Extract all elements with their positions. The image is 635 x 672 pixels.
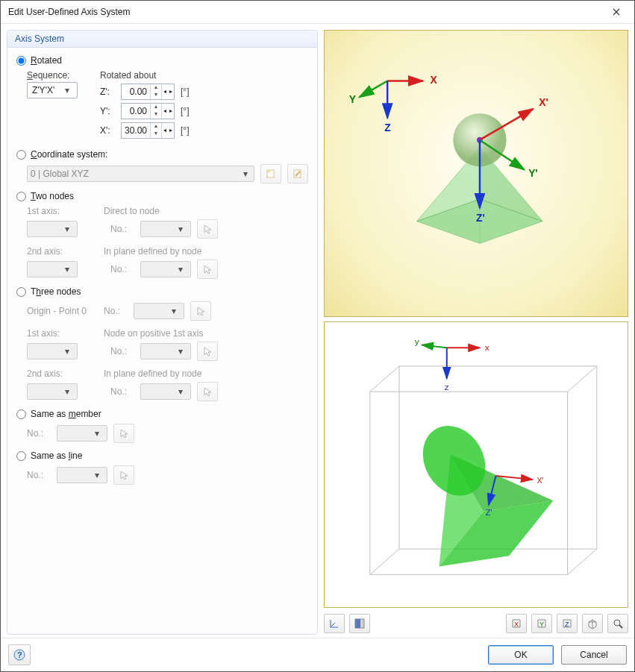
edit-coord-button[interactable] [287,164,308,183]
view-x-button[interactable]: X [506,614,527,633]
dialog: Edit User-Defined Axis System Axis Syste… [0,0,635,672]
option-coordinate-system[interactable]: Coordinate system: [16,149,308,160]
view-shade-button[interactable] [349,614,370,633]
pick-node-button[interactable] [197,219,218,239]
rot-z-input[interactable]: 0.00▴▾◂▸ [121,84,175,100]
svg-text:X: X [431,74,438,86]
footer: ? OK Cancel [1,638,634,671]
ok-button[interactable]: OK [488,645,554,665]
svg-text:z: z [445,382,449,392]
svg-text:X: X [514,621,519,628]
three-node2-combo[interactable]: ▾ [140,383,191,400]
svg-text:y: y [415,336,419,346]
chevron-down-icon: ▾ [240,169,251,179]
pick-member-button[interactable] [113,424,134,443]
option-same-member[interactable]: Same as member [16,409,308,419]
pick-line-button[interactable] [113,465,134,485]
svg-text:Z: Z [565,621,569,628]
view-axis-button[interactable] [324,614,345,633]
radio-rotated[interactable] [16,56,26,66]
svg-text:x: x [485,342,489,352]
window-title: Edit User-Defined Axis System [8,7,130,17]
pick-node-button[interactable] [197,342,218,361]
document-icon [266,169,276,179]
cube-icon [586,618,598,629]
close-icon [613,8,620,16]
two-nodes-node2-combo[interactable]: ▾ [140,261,191,277]
member-no-combo[interactable]: ▾ [57,425,107,442]
svg-text:Z': Z' [486,507,492,516]
view-iso-button[interactable] [582,614,603,633]
help-icon: ? [13,649,25,661]
preview-bottom[interactable]: x y z X' [324,321,628,609]
cursor-icon [202,346,213,357]
svg-line-17 [422,345,446,348]
pick-node-button[interactable] [190,301,211,321]
option-same-line[interactable]: Same as line [16,450,308,461]
option-rotated[interactable]: Rotated [16,55,308,66]
spinner-icon[interactable]: ▴▾ [150,84,161,99]
zoom-icon [612,618,624,629]
pick-node-button[interactable] [197,382,218,401]
preview-top[interactable]: X Y Z [324,30,628,317]
view-zoom-button[interactable] [607,614,628,633]
coord-system-combo[interactable]: 0 | Global XYZ ▾ [27,166,254,182]
svg-text:Y: Y [349,93,357,105]
axes-icon [328,618,340,629]
svg-text:X': X' [539,96,548,108]
view-x-icon: X [510,618,522,629]
help-button[interactable]: ? [8,644,31,665]
axis-system-group: Axis System Rotated Sequence: Z'Y'X' ▾ [7,30,318,635]
cursor-icon [195,306,206,316]
rot-y-input[interactable]: 0.00▴▾◂▸ [121,103,175,119]
view-z-button[interactable]: Z [557,614,578,633]
svg-line-3 [360,81,388,97]
option-two-nodes[interactable]: Two nodes [16,191,308,201]
three-axis1-combo[interactable]: ▾ [27,343,78,359]
cursor-icon [202,264,213,274]
svg-text:?: ? [17,650,22,659]
stepper-icon[interactable]: ◂▸ [161,84,174,99]
option-three-nodes[interactable]: Three nodes [16,286,308,297]
svg-text:X': X' [537,475,543,484]
svg-rect-28 [355,619,360,628]
new-coord-button[interactable] [260,164,281,183]
svg-text:Y: Y [539,621,544,628]
titlebar: Edit User-Defined Axis System [1,1,634,24]
document-edit-icon [293,169,303,179]
cursor-icon [119,428,129,439]
view-y-icon: Y [536,618,548,629]
line-no-combo[interactable]: ▾ [57,467,107,483]
three-axis2-combo[interactable]: ▾ [27,383,78,400]
radio-three-nodes[interactable] [16,287,26,297]
cursor-icon [202,224,213,234]
svg-point-32 [614,620,620,626]
sequence-label: Sequence: [27,70,78,81]
group-title: Axis System [7,31,317,48]
chevron-down-icon: ▾ [62,85,72,95]
radio-two-nodes[interactable] [16,192,26,201]
radio-same-line[interactable] [16,451,26,461]
cancel-button[interactable]: Cancel [561,645,627,665]
cursor-icon [119,470,129,480]
preview-toolbar: X Y Z [324,612,628,635]
rotated-about-label: Rotated about [100,70,189,81]
svg-text:Y': Y' [528,167,538,179]
svg-text:Z': Z' [476,212,485,224]
two-nodes-axis2-combo[interactable]: ▾ [27,261,78,277]
two-nodes-node1-combo[interactable]: ▾ [140,221,191,237]
three-origin-combo[interactable]: ▾ [134,303,184,319]
three-node1-combo[interactable]: ▾ [140,343,191,359]
close-button[interactable] [601,2,631,22]
radio-coord[interactable] [16,150,26,160]
rot-x-input[interactable]: 30.00▴▾◂▸ [121,122,175,139]
view-y-button[interactable]: Y [531,614,552,633]
sequence-combo[interactable]: Z'Y'X' ▾ [27,82,78,98]
cursor-icon [202,386,213,397]
view-z-icon: Z [561,618,573,629]
two-nodes-axis1-combo[interactable]: ▾ [27,221,78,237]
radio-same-member[interactable] [16,409,26,419]
pick-node-button[interactable] [197,260,218,279]
svg-text:Z: Z [384,122,391,134]
shade-icon [354,618,366,629]
